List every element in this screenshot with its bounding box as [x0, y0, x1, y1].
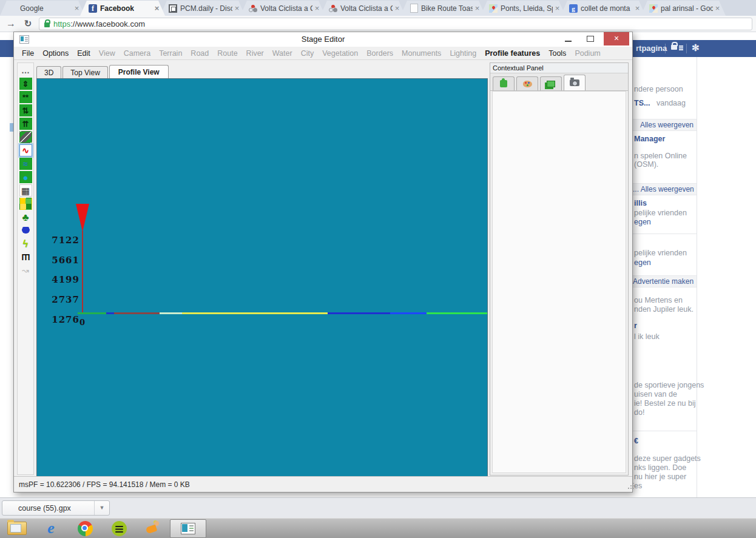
taskbar-pcm-icon[interactable] — [136, 519, 170, 538]
downloaded-file-button[interactable]: course (55).gpx ▼ — [2, 500, 110, 516]
facebook-sidebar-text: ndere persoon — [634, 85, 683, 93]
browser-tab[interactable]: Facebook × — [80, 1, 165, 16]
browser-tab[interactable]: Volta Ciclista a C × — [320, 1, 405, 16]
camera-tab[interactable] — [564, 75, 586, 90]
taskbar-spotify-icon[interactable] — [102, 519, 136, 538]
tab-close-icon[interactable]: × — [473, 4, 482, 13]
road-tool-icon[interactable] — [19, 131, 32, 143]
tab-close-icon[interactable]: × — [312, 4, 322, 13]
menu-item[interactable]: Camera — [120, 49, 155, 58]
facebook-sidebar-text: nks liggen. Doe — [634, 463, 686, 472]
browser-tab[interactable]: Google × — [0, 1, 85, 16]
taskbar-explorer-icon[interactable] — [0, 519, 34, 538]
url-scheme: https — [53, 19, 70, 29]
palette-tab[interactable] — [516, 76, 538, 90]
menu-item[interactable]: Water — [268, 49, 297, 58]
tab-title: Google — [20, 4, 72, 13]
browser-toolbar: → ↻ https://www.facebook.com — [0, 16, 756, 32]
close-button[interactable]: × — [604, 32, 629, 45]
terrain-ramp-tool-icon[interactable]: ⇈ — [19, 118, 32, 130]
menu-item[interactable]: Podium — [570, 49, 604, 58]
terrain-noise-tool-icon[interactable]: ** — [19, 91, 32, 103]
menu-item[interactable]: Lighting — [445, 49, 481, 58]
navbar-divider — [665, 44, 666, 53]
download-options-caret-icon[interactable]: ▼ — [94, 501, 109, 515]
privacy-shortcuts-icon[interactable] — [671, 45, 677, 50]
tab-close-icon[interactable]: × — [232, 4, 241, 13]
menu-item[interactable]: River — [242, 49, 268, 58]
view-tab[interactable]: Top View — [62, 66, 107, 78]
city-grid-tool-icon[interactable]: ▦ — [19, 184, 32, 197]
reload-button[interactable]: ↻ — [21, 17, 35, 30]
browser-tab[interactable]: Volta Ciclista a C × — [240, 1, 325, 16]
facebook-sidebar-text: nu hier je super — [634, 472, 686, 481]
vegetation-zones-tool-icon[interactable] — [19, 198, 32, 210]
menu-item[interactable]: City — [297, 49, 319, 58]
settings-gear-icon[interactable]: ✻ — [692, 42, 700, 53]
facebook-sidebar-text: € — [634, 437, 638, 445]
address-bar[interactable]: https://www.facebook.com — [39, 18, 752, 30]
water-tool-icon[interactable]: ● — [19, 171, 32, 183]
plugins-tab[interactable] — [493, 76, 515, 90]
tab-close-icon[interactable]: × — [152, 4, 161, 13]
terrain-raise-lower-tool-icon[interactable]: ⇕ — [19, 78, 32, 90]
menu-item[interactable]: Terrain — [155, 49, 186, 58]
tab-close-icon[interactable]: × — [633, 4, 642, 13]
profile-segment — [390, 312, 427, 314]
menu-item[interactable]: View — [95, 49, 120, 58]
maximize-button[interactable] — [582, 32, 598, 45]
layers-tab[interactable] — [540, 76, 562, 90]
menu-item[interactable]: Tools — [544, 49, 570, 58]
tab-favicon — [569, 4, 578, 13]
tab-favicon — [410, 4, 418, 13]
taskbar-stage-editor-icon[interactable] — [170, 519, 206, 538]
menu-item[interactable]: Road — [186, 49, 213, 58]
facebook-home-link[interactable]: rtpagina — [636, 44, 667, 53]
menu-item[interactable]: Vegetation — [318, 49, 362, 58]
stage-editor-titlebar[interactable]: Stage Editor × — [14, 32, 632, 47]
view-tab[interactable]: 3D — [36, 66, 61, 78]
menu-item[interactable]: Options — [38, 49, 73, 58]
menu-bar: FileOptionsEditViewCameraTerrainRoadRout… — [14, 47, 632, 60]
browser-tab[interactable]: Bike Route Toast × — [400, 1, 485, 16]
tab-close-icon[interactable]: × — [393, 4, 402, 13]
taskbar-ie-icon[interactable] — [34, 519, 68, 538]
resize-grip[interactable] — [628, 488, 629, 489]
menu-item[interactable]: Profile features — [481, 49, 544, 58]
menu-item[interactable]: Edit — [73, 49, 95, 58]
tab-close-icon[interactable]: × — [713, 4, 722, 13]
facebook-sidebar-text: es — [634, 482, 642, 490]
tab-close-icon[interactable]: × — [553, 4, 562, 13]
browser-tab-strip: Google × Facebook × PCM.daily - Disc × V… — [0, 0, 756, 16]
menu-item[interactable]: File — [18, 49, 38, 58]
profile-links-tool-icon[interactable]: ↝ — [19, 264, 32, 277]
menu-item[interactable]: Borders — [362, 49, 397, 58]
river-tool-icon[interactable]: ≈ — [19, 158, 32, 170]
facebook-sidebar-text: (OSM). — [634, 160, 658, 169]
minimize-button[interactable] — [561, 32, 576, 45]
fence-tool-icon[interactable]: Ш — [19, 251, 32, 263]
route-tool-icon[interactable]: ∿ — [19, 144, 32, 156]
lighting-tool-icon[interactable]: ϟ — [19, 238, 32, 250]
browser-tab[interactable]: pal arinsal - Goo × — [641, 1, 726, 16]
browser-tab[interactable]: collet de monta × — [561, 1, 646, 16]
status-bar: msPF = 10.622306 / FPS = 94.141518 / Mem… — [14, 476, 632, 492]
profile-view-canvas[interactable]: 71225661419927371276 0 — [36, 78, 488, 477]
menu-item[interactable]: Monuments — [397, 49, 445, 58]
ssl-padlock-icon[interactable] — [44, 22, 50, 27]
terrain-flatten-tool-icon[interactable]: ⇅ — [19, 104, 32, 116]
tab-close-icon[interactable]: × — [72, 4, 81, 13]
profile-segment — [106, 312, 114, 314]
tree-tool-icon[interactable]: ♣ — [19, 211, 32, 223]
forward-button[interactable]: → — [4, 17, 18, 30]
facebook-sidebar-text: l ik leuk — [634, 332, 660, 341]
taskbar-chrome-icon[interactable] — [68, 519, 102, 538]
monuments-teapot-tool-icon[interactable] — [19, 224, 32, 237]
browser-tab[interactable]: Ponts, Lleida, Sp × — [481, 1, 565, 16]
stage-editor-window: Stage Editor × FileOptionsEditViewCamera… — [13, 32, 633, 493]
menu-item[interactable]: Route — [213, 49, 241, 58]
route-start-marker-icon[interactable] — [76, 204, 89, 232]
view-tab[interactable]: Profile View — [109, 65, 169, 78]
browser-tab[interactable]: PCM.daily - Disc × — [160, 1, 245, 16]
toolbar-overflow-dots-icon[interactable]: … — [19, 64, 32, 76]
